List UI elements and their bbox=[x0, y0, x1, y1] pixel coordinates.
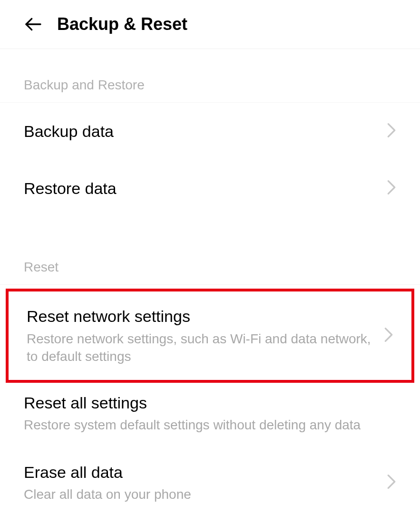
back-button[interactable] bbox=[24, 15, 43, 34]
highlight-box: Reset network settings Restore network s… bbox=[6, 289, 414, 383]
chevron-right-icon bbox=[387, 474, 396, 492]
list-item-restore-data[interactable]: Restore data bbox=[0, 160, 420, 217]
list-item-title: Backup data bbox=[24, 121, 377, 142]
list-item-title: Restore data bbox=[24, 178, 377, 199]
list-item-backup-data[interactable]: Backup data bbox=[0, 103, 420, 160]
section-header-backup-restore: Backup and Restore bbox=[0, 49, 420, 103]
list-item-subtitle: Clear all data on your phone bbox=[24, 485, 377, 504]
chevron-right-icon bbox=[387, 179, 396, 197]
list-item-content: Backup data bbox=[24, 121, 387, 142]
chevron-right-icon bbox=[384, 327, 393, 345]
list-item-subtitle: Restore network settings, such as Wi-Fi … bbox=[27, 330, 374, 366]
content: Backup and Restore Backup data Restore d… bbox=[0, 49, 420, 522]
list-item-title: Reset all settings bbox=[24, 392, 387, 413]
chevron-right-icon bbox=[387, 122, 396, 140]
list-item-content: Restore data bbox=[24, 178, 387, 199]
list-item-erase-all[interactable]: Erase all data Clear all data on your ph… bbox=[0, 444, 420, 522]
list-item-content: Reset network settings Restore network s… bbox=[27, 306, 384, 366]
page-title: Backup & Reset bbox=[57, 14, 187, 34]
list-item-title: Erase all data bbox=[24, 462, 377, 483]
header: Backup & Reset bbox=[0, 0, 420, 49]
list-item-content: Erase all data Clear all data on your ph… bbox=[24, 462, 387, 504]
list-item-title: Reset network settings bbox=[27, 306, 374, 327]
section-header-reset: Reset bbox=[0, 217, 420, 285]
list-item-content: Reset all settings Restore system defaul… bbox=[24, 392, 396, 434]
list-item-reset-all[interactable]: Reset all settings Restore system defaul… bbox=[0, 387, 420, 444]
list-item-reset-network[interactable]: Reset network settings Restore network s… bbox=[9, 291, 411, 380]
arrow-left-icon bbox=[24, 15, 43, 34]
list-item-subtitle: Restore system default settings without … bbox=[24, 416, 387, 434]
